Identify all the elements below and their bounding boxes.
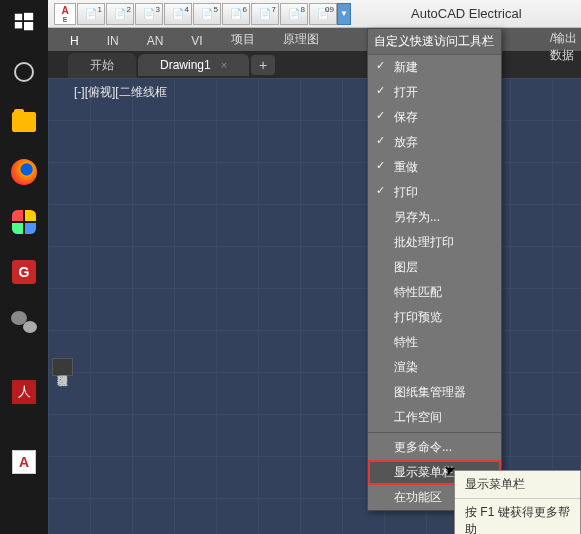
qat-button-7[interactable]: 📄7 [251,3,279,25]
menu-item-render[interactable]: 渲染 [368,355,501,380]
windows-taskbar: G 人 A [0,0,48,534]
qat-button-6[interactable]: 📄6 [222,3,250,25]
menu-item-more-commands[interactable]: 更多命令... [368,435,501,460]
menu-separator [368,432,501,433]
tooltip: 显示菜单栏 按 F1 键获得更多帮助 [454,470,581,534]
menu-item-sheetset[interactable]: 图纸集管理器 [368,380,501,405]
svg-rect-3 [24,22,33,30]
ribbon-tab-export[interactable]: /输出数据 [550,30,581,64]
app-title: AutoCAD Electrical [411,6,522,21]
app-colorful-icon[interactable] [6,204,42,240]
menu-item-batch-print[interactable]: 批处理打印 [368,230,501,255]
qat-button-4[interactable]: 📄4 [164,3,192,25]
tooltip-help: 按 F1 键获得更多帮助 [455,499,580,534]
qat-button-2[interactable]: 📄2 [106,3,134,25]
menu-item-properties[interactable]: 特性 [368,330,501,355]
menu-item-workspace[interactable]: 工作空间 [368,405,501,430]
menu-item-new[interactable]: 新建 [368,55,501,80]
close-icon[interactable]: × [221,59,227,71]
qat-button-3[interactable]: 📄3 [135,3,163,25]
ribbon-tab-schematic[interactable]: 原理图 [269,28,333,51]
adobe-reader-icon[interactable]: 人 [6,374,42,410]
menu-item-match-props[interactable]: 特性匹配 [368,280,501,305]
qat-button-1[interactable]: 📄1 [77,3,105,25]
menu-item-undo[interactable]: 放弃 [368,130,501,155]
ribbon-tab-h[interactable]: H [56,31,93,51]
add-tab-button[interactable]: + [251,55,275,75]
qat-button-8[interactable]: 📄8 [280,3,308,25]
app-logo[interactable]: AE [54,3,76,25]
ribbon-tab-an[interactable]: AN [133,31,178,51]
ribbon-tab-in[interactable]: IN [93,31,133,51]
menu-item-open[interactable]: 打开 [368,80,501,105]
ribbon-tab-project[interactable]: 项目 [217,28,269,51]
menu-item-layers[interactable]: 图层 [368,255,501,280]
start-button[interactable] [6,4,42,40]
viewport-label[interactable]: [-][俯视][二维线框 [74,84,167,101]
svg-rect-2 [15,22,22,28]
qat-dropdown-button[interactable]: ▼ [337,3,351,25]
qat-customize-menu: 自定义快速访问工具栏 新建 打开 保存 放弃 重做 打印 另存为... 批处理打… [367,28,502,511]
caj-viewer-icon[interactable]: G [6,254,42,290]
menu-item-saveas[interactable]: 另存为... [368,205,501,230]
menu-header: 自定义快速访问工具栏 [368,29,501,55]
tab-start[interactable]: 开始 [68,53,136,78]
svg-rect-1 [24,13,33,20]
autocad-taskbar-icon[interactable]: A [6,444,42,480]
tab-drawing1[interactable]: Drawing1 × [138,54,249,76]
menu-item-redo[interactable]: 重做 [368,155,501,180]
qat-button-9[interactable]: 📄09 [309,3,337,25]
svg-rect-0 [15,14,22,20]
cortana-icon[interactable] [6,54,42,90]
ribbon-tab-vi[interactable]: VI [177,31,216,51]
menu-item-print[interactable]: 打印 [368,180,501,205]
firefox-icon[interactable] [6,154,42,190]
quick-access-toolbar: AE 📄1 📄2 📄3 📄4 📄5 📄6 📄7 📄8 📄09 ▼ AutoCAD… [48,0,581,28]
file-explorer-icon[interactable] [6,104,42,140]
qat-button-5[interactable]: 📄5 [193,3,221,25]
menu-item-save[interactable]: 保存 [368,105,501,130]
tooltip-title: 显示菜单栏 [455,471,580,498]
wechat-icon[interactable] [6,304,42,340]
menu-item-print-preview[interactable]: 打印预览 [368,305,501,330]
project-manager-tab[interactable]: 项目管理器 [52,358,73,376]
